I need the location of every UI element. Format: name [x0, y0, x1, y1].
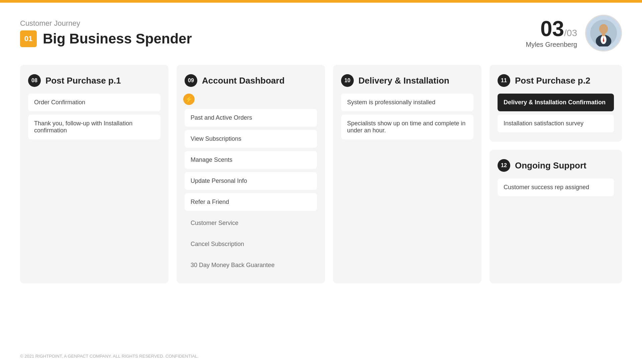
persona-badge: 01 [20, 30, 37, 47]
footer-text: © 2021 RIGHTPOINT, A GENPACT COMPANY. AL… [20, 354, 199, 359]
card-post-purchase-1: 08 Post Purchase p.1 Order Confirmation … [20, 65, 169, 283]
svg-point-1 [599, 24, 608, 34]
card-title-account-dashboard: Account Dashboard [202, 76, 285, 86]
item-customer-success-rep: Customer success rep assigned [498, 178, 614, 196]
item-refer-a-friend: Refer a Friend [185, 193, 317, 211]
item-money-back: 30 Day Money Back Guarantee [185, 256, 317, 274]
slide-number: 03/03 [526, 18, 577, 39]
avatar [585, 15, 622, 51]
item-thank-you-followup: Thank you, follow-up with Installation c… [28, 115, 160, 139]
card-title-post-purchase-1: Post Purchase p.1 [45, 76, 121, 86]
card-badge-09: 09 [185, 74, 197, 87]
card-title-ongoing-support: Ongoing Support [515, 160, 586, 171]
card-badge-11: 11 [498, 74, 510, 87]
right-column: 11 Post Purchase p.2 Delivery & Installa… [490, 65, 622, 283]
svg-rect-5 [602, 33, 605, 36]
item-view-subscriptions: View Subscriptions [185, 130, 317, 148]
item-customer-service: Customer Service [185, 214, 317, 232]
item-cancel-subscription: Cancel Subscription [185, 235, 317, 253]
subtitle: Customer Journey [20, 19, 192, 28]
presenter-name: Myles Greenberg [526, 41, 577, 48]
item-professionally-installed: System is professionally installed [341, 94, 473, 111]
item-manage-scents: Manage Scents [185, 151, 317, 169]
card-ongoing-support: 12 Ongoing Support Customer success rep … [490, 150, 622, 283]
page-title: Big Business Spender [43, 31, 192, 47]
item-specialists-on-time: Specialists show up on time and complete… [341, 115, 473, 139]
card-badge-10: 10 [341, 74, 354, 87]
header: Customer Journey 01 Big Business Spender… [0, 3, 642, 58]
card-badge-12: 12 [498, 159, 510, 172]
card-badge-08: 08 [28, 74, 41, 87]
card-post-purchase-2: 11 Post Purchase p.2 Delivery & Installa… [490, 65, 622, 142]
footer: © 2021 RIGHTPOINT, A GENPACT COMPANY. AL… [0, 348, 642, 364]
top-bar [0, 0, 642, 3]
avatar-image [590, 20, 617, 46]
header-left: Customer Journey 01 Big Business Spender [20, 19, 192, 47]
item-past-active-orders: Past and Active Orders [185, 109, 317, 127]
cards-container: 08 Post Purchase p.1 Order Confirmation … [0, 58, 642, 297]
header-right: 03/03 Myles Greenberg [526, 15, 622, 51]
item-update-personal-info: Update Personal Info [185, 172, 317, 190]
card-title-delivery-installation: Delivery & Installation [358, 76, 449, 86]
card-title-post-purchase-2: Post Purchase p.2 [515, 76, 590, 86]
card-account-dashboard: 09 Account Dashboard ⚡ Past and Active O… [177, 65, 325, 283]
item-order-confirmation: Order Confirmation [28, 94, 160, 111]
item-delivery-installation-confirmation: Delivery & Installation Confirmation [498, 94, 614, 111]
card-delivery-installation: 10 Delivery & Installation System is pro… [333, 65, 481, 283]
item-installation-satisfaction-survey: Installation satisfaction survey [498, 115, 614, 132]
lightning-badge: ⚡ [183, 94, 195, 105]
